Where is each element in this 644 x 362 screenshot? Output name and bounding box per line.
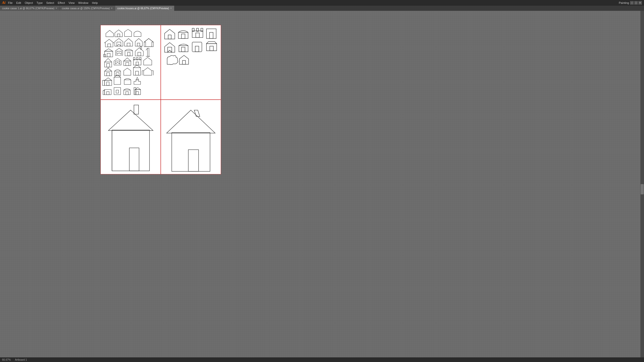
svg-marker-107 (167, 110, 215, 133)
page-4 (161, 100, 221, 174)
page-1 (100, 25, 161, 100)
svg-marker-31 (114, 58, 121, 65)
svg-rect-33 (124, 61, 131, 66)
pages-container (100, 25, 221, 174)
menu-edit[interactable]: Edit (15, 1, 23, 5)
svg-marker-102 (108, 110, 153, 131)
page-3 (100, 100, 161, 174)
tab-3[interactable]: cookie.houses.ai @ 66,67% (CMYK/Preview)… (115, 6, 174, 11)
svg-marker-19 (117, 51, 121, 54)
svg-marker-1 (115, 30, 123, 37)
svg-marker-67 (136, 77, 139, 80)
svg-rect-94 (181, 47, 185, 52)
svg-rect-90 (209, 32, 213, 39)
svg-marker-50 (133, 65, 141, 68)
status-zoom: 66.67% (2, 358, 11, 361)
tab-2-close[interactable]: ✕ (111, 7, 113, 10)
svg-marker-110 (194, 110, 200, 117)
svg-marker-80 (165, 29, 175, 39)
tab-1[interactable]: cookie casas 1.ai @ 66,67% (CMYK/Preview… (0, 6, 60, 11)
svg-rect-105 (134, 105, 139, 114)
svg-marker-3 (124, 29, 132, 37)
svg-marker-4 (105, 39, 114, 47)
svg-rect-72 (114, 88, 121, 95)
svg-rect-75 (126, 92, 128, 95)
svg-rect-70 (103, 91, 105, 95)
svg-rect-35 (126, 63, 129, 66)
app-icon: Ai (2, 1, 5, 5)
menu-file[interactable]: File (6, 1, 14, 5)
svg-marker-43 (105, 68, 112, 71)
svg-rect-57 (105, 80, 112, 85)
menu-window[interactable]: Window (77, 1, 90, 5)
tab-1-close[interactable]: ✕ (55, 7, 57, 10)
menu-select[interactable]: Select (45, 1, 56, 5)
maximize-button[interactable]: □ (634, 1, 638, 5)
workspace-label: Painting (619, 1, 629, 4)
svg-rect-28 (105, 62, 112, 67)
svg-rect-97 (206, 44, 217, 51)
svg-rect-25 (147, 48, 149, 56)
menu-help[interactable]: Help (90, 1, 99, 5)
svg-rect-99 (210, 46, 213, 51)
svg-rect-79 (136, 92, 139, 95)
minimize-button[interactable]: ─ (630, 1, 634, 5)
svg-marker-98 (206, 41, 217, 44)
svg-rect-83 (181, 34, 185, 39)
svg-rect-74 (124, 90, 130, 95)
svg-marker-18 (116, 48, 123, 55)
tab-2[interactable]: cookie casas.ai @ 150% (CMYK/Preview) ✕ (60, 6, 115, 11)
svg-rect-95 (192, 42, 202, 52)
page-3-svg (101, 100, 160, 174)
svg-rect-104 (129, 148, 139, 171)
svg-rect-84 (192, 31, 203, 38)
title-bar: Ai File Edit Object Type Select Effect V… (0, 0, 644, 6)
page-1-svg (101, 25, 160, 99)
menu-view[interactable]: View (67, 1, 76, 5)
svg-rect-89 (206, 29, 216, 39)
svg-rect-16 (107, 53, 110, 57)
menu-bar: File Edit Object Type Select Effect View… (6, 1, 99, 5)
tab-1-label: cookie casas 1.ai @ 66,67% (CMYK/Preview… (2, 7, 54, 10)
svg-rect-61 (103, 80, 105, 85)
svg-rect-109 (188, 150, 199, 171)
window-controls: ─ □ ✕ (630, 1, 642, 5)
svg-marker-48 (124, 68, 131, 75)
svg-marker-29 (105, 58, 112, 62)
svg-rect-20 (125, 51, 133, 56)
svg-marker-15 (105, 49, 113, 51)
canvas-area[interactable] (0, 11, 644, 357)
svg-rect-30 (107, 64, 110, 67)
svg-rect-93 (179, 46, 188, 52)
svg-rect-49 (133, 68, 141, 75)
svg-marker-41 (144, 57, 152, 65)
menu-effect[interactable]: Effect (56, 1, 66, 5)
title-bar-left: Ai File Edit Object Type Select Effect V… (2, 1, 99, 5)
menu-object[interactable]: Object (23, 1, 35, 5)
svg-rect-71 (107, 92, 109, 95)
svg-marker-0 (106, 30, 114, 37)
scrollbar-thumb[interactable] (641, 184, 644, 194)
tab-3-close[interactable]: ✕ (170, 7, 172, 10)
svg-marker-32 (116, 61, 120, 64)
page-2-svg (161, 25, 221, 99)
tab-2-label: cookie casas.ai @ 150% (CMYK/Preview) (62, 7, 110, 10)
svg-rect-2 (117, 34, 120, 37)
close-button[interactable]: ✕ (638, 1, 642, 5)
svg-rect-96 (195, 46, 199, 52)
svg-rect-101 (182, 61, 185, 64)
svg-rect-14 (105, 51, 113, 57)
menu-type[interactable]: Type (35, 1, 44, 5)
page-2 (161, 25, 221, 100)
svg-marker-92 (168, 47, 172, 52)
svg-rect-23 (138, 52, 141, 56)
svg-rect-51 (135, 71, 139, 75)
svg-marker-22 (135, 48, 143, 56)
svg-marker-8 (124, 39, 133, 46)
svg-rect-68 (105, 90, 111, 95)
svg-rect-82 (178, 32, 188, 39)
svg-rect-44 (107, 73, 110, 76)
scrollbar-right[interactable] (640, 11, 644, 357)
svg-marker-100 (179, 55, 189, 64)
svg-rect-40 (136, 62, 139, 65)
